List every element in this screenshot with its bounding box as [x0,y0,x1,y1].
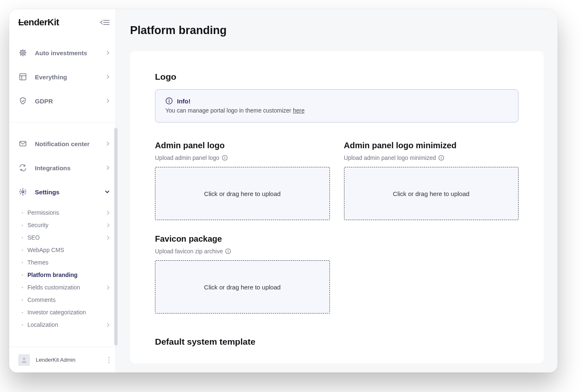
sub-item-localization[interactable]: Localization [9,318,116,331]
chevron-right-icon [107,235,110,240]
upload-subtitle: Upload admin panel logo [155,154,330,161]
upload-title: Admin panel logo [155,141,330,150]
chevron-right-icon [106,141,110,146]
info-icon [165,97,173,105]
info-box: Info! You can manage portal logo in them… [155,89,519,122]
user-name: LenderKit Admin [36,357,102,363]
content-card: Logo Info! You can manage portal logo in… [130,51,543,363]
favicon-dropzone[interactable]: Click or drag here to upload [155,260,330,314]
favicon-upload: Favicon package Upload favicon zip archi… [155,234,330,314]
template-section-title: Default system template [155,337,519,347]
svg-point-10 [169,99,170,100]
svg-point-4 [22,191,24,193]
admin-logo-dropzone[interactable]: Click or drag here to upload [155,167,330,220]
upload-title: Admin panel logo minimized [344,141,519,150]
sidebar-item-settings[interactable]: Settings [9,180,116,204]
user-icon [20,356,28,364]
app-window: LLenderKitenderKit Auto investments [9,9,558,372]
chevron-down-icon [105,190,110,194]
sub-item-fields-customization[interactable]: Fields customization [9,281,116,294]
chevron-right-icon [107,223,110,228]
sub-item-comments[interactable]: Comments [9,294,116,306]
sidebar-header: LLenderKitenderKit [9,9,116,36]
help-icon[interactable] [438,155,444,161]
upload-row: Admin panel logo Upload admin panel logo… [155,141,519,220]
more-vertical-icon [108,357,110,363]
admin-logo-min-upload: Admin panel logo minimized Upload admin … [344,141,519,220]
sidebar-footer: LenderKit Admin [9,347,116,372]
chevron-right-icon [107,323,110,327]
sidebar-item-label: Integrations [35,164,99,172]
upload-row-favicon: Favicon package Upload favicon zip archi… [155,234,519,314]
admin-logo-min-dropzone[interactable]: Click or drag here to upload [344,167,519,220]
layout-icon [18,72,27,81]
info-text: You can manage portal logo in theme cust… [165,107,508,114]
sub-item-platform-branding[interactable]: Platform branding [9,269,116,281]
page-title: Platform branding [116,9,558,37]
sidebar-item-auto-investments[interactable]: Auto investments [9,41,116,65]
chevron-left-icon [100,20,103,24]
scrollbar-thumb[interactable] [114,128,118,345]
svg-rect-2 [20,74,26,80]
info-title: Info! [177,98,190,105]
chevron-right-icon [106,98,110,103]
svg-point-8 [108,362,110,363]
more-menu-button[interactable] [108,357,110,363]
sidebar-item-notification-center[interactable]: Notification center [9,132,116,156]
cpu-icon [18,48,27,57]
svg-rect-3 [20,142,26,146]
sidebar-item-label: Everything [35,74,99,81]
sub-item-investor-categorization[interactable]: Investor categorization [9,306,116,318]
sync-icon [18,163,27,172]
sub-item-seo[interactable]: SEO [9,231,116,244]
svg-rect-1 [22,52,24,54]
upload-subtitle: Upload favicon zip archive [155,248,330,255]
svg-point-16 [228,250,229,250]
brand-logo[interactable]: LLenderKitenderKit [18,17,59,28]
chevron-right-icon [106,165,110,170]
divider [9,122,116,122]
mail-icon [18,139,27,148]
help-icon[interactable] [225,248,231,254]
sidebar-item-label: Settings [35,189,97,196]
chevron-right-icon [107,211,110,215]
sidebar-item-everything[interactable]: Everything [9,65,116,89]
svg-point-14 [441,156,442,157]
upload-subtitle: Upload admin panel logo minimized [344,154,519,161]
sub-item-webapp-cms[interactable]: WebApp CMS [9,244,116,256]
svg-point-6 [108,357,110,358]
sidebar-collapse-button[interactable] [100,20,110,25]
menu-icon [103,20,110,25]
sidebar: LLenderKitenderKit Auto investments [9,9,116,372]
chevron-right-icon [106,50,110,55]
sidebar-item-label: Auto investments [35,49,99,56]
sidebar-item-gdpr[interactable]: GDPR [9,89,116,113]
main-content: Platform branding Logo Info! You can man… [116,9,558,372]
gear-icon [18,187,27,196]
avatar[interactable] [18,354,30,366]
admin-logo-upload: Admin panel logo Upload admin panel logo… [155,141,330,220]
sidebar-item-integrations[interactable]: Integrations [9,156,116,180]
logo-section-title: Logo [155,72,519,82]
sidebar-item-label: Notification center [35,140,99,147]
sub-item-security[interactable]: Security [9,219,116,231]
sub-item-themes[interactable]: Themes [9,256,116,269]
theme-customizer-link[interactable]: here [293,107,305,114]
chevron-right-icon [106,74,110,79]
svg-point-5 [23,358,25,360]
svg-point-7 [108,359,110,360]
chevron-right-icon [107,285,110,290]
shield-icon [18,96,27,105]
sidebar-scroll[interactable]: Auto investments Everything GDPR [9,36,116,347]
help-icon[interactable] [222,155,228,161]
upload-title: Favicon package [155,234,330,244]
settings-submenu: Permissions Security SEO WebApp CMS Them… [9,204,116,331]
sub-item-permissions[interactable]: Permissions [9,206,116,219]
sidebar-item-label: GDPR [35,98,99,105]
svg-point-12 [224,156,225,157]
